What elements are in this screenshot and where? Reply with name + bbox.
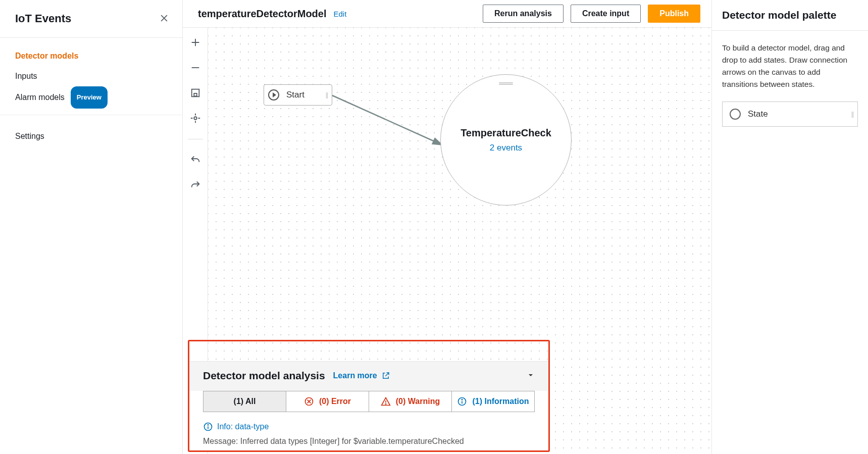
error-icon [304,396,314,407]
svg-point-7 [462,399,463,400]
publish-button[interactable]: Publish [648,5,700,23]
analysis-message-title: Info: data-type [217,422,269,431]
model-name: temperatureDetectorModel [198,8,327,20]
nav-settings[interactable]: Settings [15,126,167,146]
palette-panel: Detector model palette To build a detect… [711,0,868,454]
edit-link[interactable]: Edit [334,10,347,18]
start-node[interactable]: Start || [264,84,332,106]
nav-label: Settings [15,126,44,146]
drag-handle-icon[interactable]: || [851,110,853,119]
analysis-header: Detector model analysis Learn more [189,362,549,391]
nav-label: Alarm models [15,87,65,108]
redo-icon[interactable] [190,180,201,191]
analysis-panel: Detector model analysis Learn more (1) A… [189,361,549,451]
service-title: IoT Events [15,12,71,25]
tab-all-label: (1) All [234,397,256,406]
drag-handle-icon[interactable]: || [326,91,328,98]
main-area: temperatureDetectorModel Edit Rerun anal… [183,0,868,454]
analysis-message-body: Message: Inferred data types [Integer] f… [203,437,535,446]
preview-badge: Preview [71,86,108,109]
svg-point-9 [208,425,208,425]
undo-icon[interactable] [190,155,201,166]
palette-title: Detector model palette [712,0,868,31]
analysis-message: Info: data-type Message: Inferred data t… [189,412,549,451]
close-icon[interactable] [159,13,169,25]
info-icon [457,396,467,407]
warning-icon [381,396,391,407]
nav-group-main: Detector models Inputs Alarm models Prev… [0,38,182,115]
recenter-icon[interactable] [190,113,201,124]
state-events-link[interactable]: 2 events [490,143,522,153]
sidebar-header: IoT Events [0,0,182,38]
tab-error-label: (0) Error [319,397,351,406]
state-node[interactable]: TemperatureCheck 2 events [440,74,572,206]
start-label: Start [286,90,304,100]
zoom-out-icon[interactable] [190,62,201,73]
nav-label: Inputs [15,66,37,86]
svg-point-2 [194,117,197,120]
svg-point-5 [385,403,386,404]
tab-error[interactable]: (0) Error [286,391,369,412]
create-input-button[interactable]: Create input [571,5,641,23]
state-name: TemperatureCheck [461,127,551,139]
collapse-icon[interactable] [527,371,535,381]
fit-screen-icon[interactable] [190,87,201,98]
drag-handle-icon[interactable] [499,82,513,85]
palette-help-text: To build a detector model, drag and drop… [722,42,858,90]
analysis-message-title-row[interactable]: Info: data-type [203,422,535,432]
learn-more-link[interactable]: Learn more [333,371,390,380]
nav-alarm-models[interactable]: Alarm models Preview [15,86,167,109]
external-link-icon [381,371,390,380]
transition-arrow [331,89,447,151]
palette-item-state[interactable]: State || [722,102,858,127]
tab-all[interactable]: (1) All [203,391,286,412]
center-column: temperatureDetectorModel Edit Rerun anal… [183,0,711,454]
tab-information[interactable]: (1) Information [452,391,534,412]
palette-item-label: State [748,108,768,121]
left-sidebar: IoT Events Detector models Inputs Alarm … [0,0,183,454]
tab-info-label: (1) Information [472,397,529,406]
zoom-in-icon[interactable] [190,37,201,48]
top-bar: temperatureDetectorModel Edit Rerun anal… [183,0,711,27]
tab-warning-label: (0) Warning [396,397,440,406]
rerun-analysis-button[interactable]: Rerun analysis [483,5,564,23]
nav-label: Detector models [15,46,78,66]
learn-more-label: Learn more [333,371,377,380]
info-icon [203,422,213,432]
canvas-area: Start || TemperatureCheck 2 events [183,27,711,454]
nav-inputs[interactable]: Inputs [15,66,167,86]
nav-detector-models[interactable]: Detector models [15,46,167,66]
svg-line-3 [332,95,442,145]
palette-body: To build a detector model, drag and drop… [712,31,868,138]
play-icon [268,89,279,100]
analysis-title: Detector model analysis [203,370,325,382]
tab-warning[interactable]: (0) Warning [369,391,452,412]
analysis-tabs: (1) All (0) Error (0) Warning (1) Inform… [203,391,535,412]
state-shape-icon [730,109,741,120]
svg-rect-1 [194,93,197,96]
